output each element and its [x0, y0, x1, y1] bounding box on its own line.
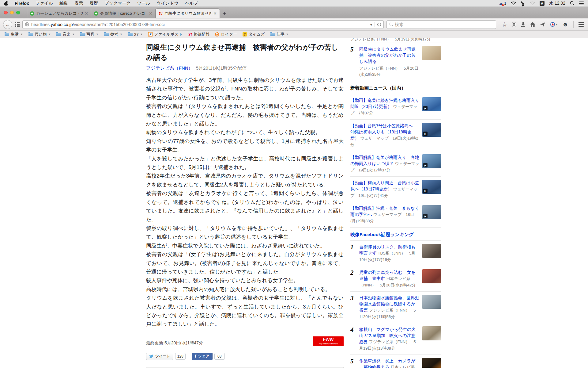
share-count: 68 [214, 353, 225, 360]
creative-cloud-icon[interactable]: ☁ 1 [499, 1, 506, 6]
careco-favicon-icon [30, 11, 34, 16]
tab-title: カーシェアならカレコ・カ... [36, 11, 83, 16]
bookmarks-menu-icon[interactable] [512, 22, 516, 27]
adobe-acrobat-icon[interactable] [550, 22, 555, 27]
new-tab-button[interactable]: + [220, 9, 229, 18]
bookmark-folder-27[interactable]: 27▼ [126, 31, 145, 38]
menu-edit[interactable]: 編集 [59, 1, 68, 6]
url-text[interactable]: headlines.yahoo.co.jp/videonews/fnn?a=20… [31, 22, 368, 27]
filepost-icon: F [148, 32, 153, 36]
url-bar[interactable]: headlines.yahoo.co.jp/videonews/fnn?a=20… [22, 20, 384, 29]
news-thumbnail[interactable] [422, 358, 441, 368]
video-meta: ウェザーマップ 19日(火)19時2分 [350, 136, 418, 147]
tab-groups-icon[interactable] [15, 22, 20, 27]
apple-icon[interactable] [4, 1, 8, 6]
window-zoom-button[interactable] [16, 11, 20, 14]
ranking-link[interactable]: 同級生にタリウム飲ませ再逮捕 被害者の父がわが子の苦しみ語る [359, 47, 416, 64]
article-paragraph: 警察の取り調べに対し、「タリウムを常に持ち歩いていた」、「タリウムを飲ませて、観… [146, 224, 344, 242]
menu-help[interactable]: ヘルプ [185, 1, 198, 6]
search-input[interactable] [395, 22, 493, 27]
video-thumbnail[interactable]: ▶ [422, 205, 441, 219]
article-paragraph: 知り合いの77歳の女性を、おので殴るなどして殺害し、1月に逮捕された名古屋大学の… [146, 137, 344, 155]
bookmark-times[interactable]: T タイムズ [240, 31, 267, 38]
tab-close-icon[interactable]: ✕ [149, 11, 153, 16]
bookmark-folder-photo[interactable]: 写真▼ [78, 31, 101, 38]
notification-center-icon[interactable] [579, 2, 584, 5]
window-controls [4, 11, 20, 14]
urlbar-dropdown-icon[interactable]: ▾ [370, 22, 372, 27]
bookmark-yahoo-transit[interactable]: Y! 路線情報 [186, 31, 212, 38]
bookmark-folder-shopping[interactable]: 買い物▼ [26, 31, 53, 38]
tab-yahoo-news-active[interactable]: Y! 同級生にタリウム飲ませ再... ✕ [156, 8, 220, 18]
yahoo-favicon-icon: Y! [159, 11, 163, 16]
ranking-meta: フジテレビ系（FNN） 5月19日(火)13時38分 [359, 339, 416, 351]
tab-careco-member[interactable]: 会員情報｜careco カレコ・... ✕ [91, 9, 156, 18]
article-paragraph: 殺人事件や死体に、強い関心を持っていたとみられる女子学生。 [146, 276, 344, 285]
back-button[interactable]: ← [3, 20, 12, 29]
news-thumbnail[interactable] [422, 269, 441, 283]
bookmark-folder-music[interactable]: 音楽▼ [54, 31, 77, 38]
news-thumbnail[interactable] [422, 295, 441, 309]
video-thumbnail[interactable]: ▶ [422, 180, 441, 194]
facebook-ranking-item: 3 日本動物園水族館協会、世界動物園水族館協会に残留するか投票 フジテレビ系（F… [350, 292, 441, 323]
ranking-item-5: 5 同級生にタリウム飲ませ再逮捕 被害者の父がわが子の苦しみ語る フジテレビ系（… [350, 43, 441, 81]
caret-down-icon[interactable]: ▾ [556, 23, 557, 26]
news-thumbnail[interactable] [422, 244, 441, 258]
bookmark-filepost[interactable]: F ファイルポスト [146, 31, 185, 38]
folder-icon [80, 33, 85, 36]
careco-favicon-icon [94, 11, 98, 16]
video-thumbnail[interactable]: ▶ [422, 97, 441, 111]
input-source-icon[interactable]: A [540, 1, 545, 6]
menu-view[interactable]: 表示 [74, 1, 83, 6]
source-link[interactable]: フジテレビ系（FNN） [146, 65, 193, 71]
related-news-header: 関連ニュース [146, 367, 344, 368]
tab-close-icon[interactable]: ✕ [213, 11, 217, 16]
menu-window[interactable]: ウインドウ [156, 1, 179, 6]
menu-icon[interactable] [579, 22, 584, 27]
facebook-share-button[interactable]: f シェア [192, 353, 213, 360]
tab-close-icon[interactable]: ✕ [85, 11, 88, 16]
share-icon[interactable] [540, 22, 545, 27]
search-bar[interactable] [386, 20, 496, 29]
menu-bookmarks[interactable]: ブックマーク [104, 1, 131, 6]
bookmark-folder-work[interactable]: 仕事▼ [268, 31, 291, 38]
menu-firefox[interactable]: Firefox [15, 1, 29, 6]
window-minimize-button[interactable] [10, 11, 14, 14]
tab-bar: カーシェアならカレコ・カ... ✕ 会員情報｜careco カレコ・... ✕ … [0, 7, 588, 18]
facebook-ranking-header[interactable]: 映像Facebook話題ランキング [350, 228, 441, 240]
rank-number: 2 [350, 269, 356, 288]
play-icon: ▶ [423, 189, 428, 193]
wifi-icon[interactable] [511, 1, 516, 5]
bookmarks-toolbar: 生活▼ 買い物▼ 音楽▼ 写真▼ 参考▼ 27▼ F ファイルポスト Y! 路線… [0, 31, 588, 38]
tweet-button[interactable]: ツイート [146, 353, 173, 360]
reload-icon[interactable] [377, 22, 381, 27]
wifi-inactive-icon[interactable] [530, 1, 535, 5]
emoji-addon-icon[interactable]: ☻ [562, 21, 568, 27]
article-paragraph: 高校2年生だった3年前、宮城県内のカラオケ店で、タリウムを混ぜたソフトドリンクを… [146, 172, 344, 189]
times-icon: T [243, 32, 247, 36]
twitter-bird-icon [149, 355, 154, 358]
news-thumbnail[interactable] [422, 326, 441, 340]
menu-file[interactable]: ファイル [36, 1, 53, 6]
dropbox-icon[interactable] [521, 1, 525, 6]
downloads-icon[interactable] [521, 22, 525, 27]
bookmark-folder-life[interactable]: 生活▼ [2, 31, 25, 38]
menu-history[interactable]: 履歴 [89, 1, 98, 6]
menu-tools[interactable]: ツール [137, 1, 150, 6]
menu-bar-clock[interactable]: 水 12:02 [549, 1, 565, 6]
bookmark-star-icon[interactable]: ☆ [502, 21, 507, 28]
video-thumbnail[interactable]: ▶ [422, 154, 441, 168]
article-paragraph: 被害者の父親は「(女子学生は)お見舞いとかに来ました。自分がタリウムを飲ませてお… [146, 250, 344, 276]
chevron-down-icon: ▼ [72, 33, 75, 36]
bookmark-reuters[interactable]: ロイター [213, 31, 239, 38]
article-byline: フジテレビ系（FNN） 5月20日(水)1時35分配信 [146, 65, 344, 71]
article-paragraph: 名古屋大学の女子学生が、3年前、同級生らに劇物のタリウムを飲ませた疑いで再逮捕さ… [146, 76, 344, 102]
home-icon[interactable] [530, 22, 535, 27]
bookmark-folder-reference[interactable]: 参考▼ [102, 31, 125, 38]
tab-careco-home[interactable]: カーシェアならカレコ・カ... ✕ [27, 9, 91, 18]
rank-number: 1 [350, 244, 356, 263]
news-thumbnail[interactable] [422, 46, 441, 60]
video-thumbnail[interactable]: ▶ [422, 123, 441, 137]
spotlight-icon[interactable] [570, 1, 575, 6]
window-close-button[interactable] [4, 11, 8, 14]
